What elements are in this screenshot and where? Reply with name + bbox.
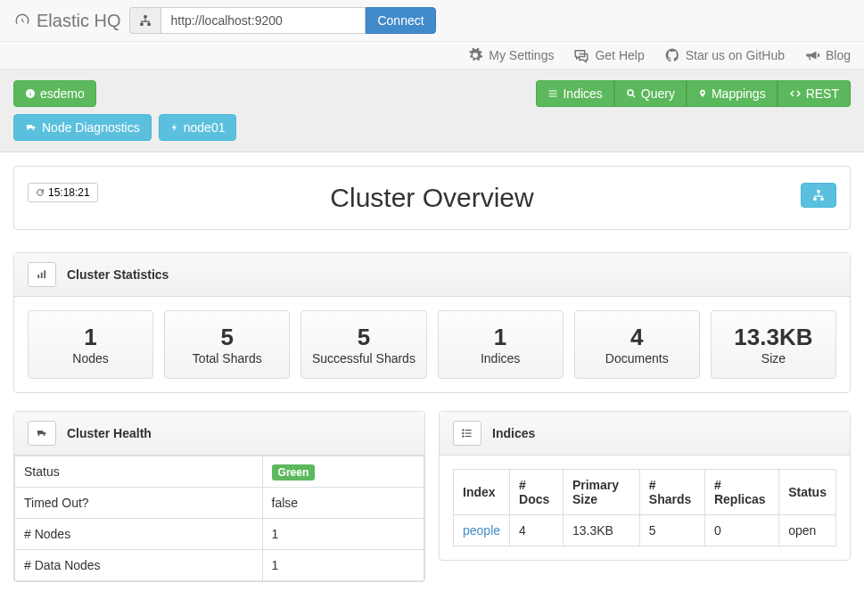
content: 15:18:21 Cluster Overview Cluster Statis… (0, 152, 864, 613)
health-label: # Data Nodes (15, 550, 263, 581)
search-icon (626, 88, 637, 99)
list-icon (453, 421, 481, 446)
column-header: # Replicas (704, 470, 778, 515)
stat-box: 1Nodes (28, 310, 153, 379)
connect-button[interactable]: Connect (366, 7, 435, 34)
svg-rect-0 (144, 15, 148, 18)
github-icon (664, 47, 680, 63)
svg-rect-5 (30, 91, 31, 92)
health-value: false (262, 488, 424, 519)
svg-point-20 (462, 435, 464, 437)
health-table: StatusGreenTimed Out?false# Nodes1# Data… (14, 456, 424, 581)
brand: Elastic HQ (13, 11, 120, 31)
rest-button[interactable]: REST (778, 80, 851, 107)
chat-icon (573, 47, 589, 63)
svg-rect-2 (148, 23, 152, 26)
health-panel-title: Cluster Health (67, 426, 152, 440)
diagnostics-button[interactable]: Node Diagnostics (13, 114, 152, 141)
nav-github[interactable]: Star us on GitHub (664, 47, 785, 63)
table-row: Timed Out?false (15, 488, 424, 519)
table-row: StatusGreen (15, 456, 424, 488)
cluster-url-input[interactable] (160, 7, 366, 34)
column-header: # Docs (510, 470, 564, 515)
stat-value: 13.3KB (717, 324, 830, 351)
gear-icon (467, 47, 483, 63)
health-value: 1 (262, 550, 424, 581)
nav-settings-label: My Settings (489, 48, 554, 62)
nav-help-label: Get Help (595, 48, 644, 62)
cell: 5 (639, 515, 704, 546)
svg-rect-19 (465, 432, 472, 433)
stat-label: Successful Shards (307, 351, 420, 365)
bolt-icon (170, 121, 179, 134)
stat-box: 5Total Shards (164, 310, 290, 379)
table-row: # Data Nodes1 (15, 550, 424, 581)
nav-blog-label: Blog (826, 48, 851, 62)
list-icon (547, 88, 558, 99)
table-row: # Nodes1 (15, 519, 424, 550)
nav-github-label: Star us on GitHub (686, 48, 785, 62)
svg-rect-11 (813, 198, 817, 201)
stat-box: 5Successful Shards (300, 310, 426, 379)
query-button[interactable]: Query (614, 80, 687, 107)
svg-point-18 (462, 432, 464, 434)
stat-value: 4 (580, 324, 694, 351)
cell: people (454, 515, 510, 546)
health-value: Green (262, 456, 424, 488)
stat-label: Size (717, 351, 830, 365)
column-header: Index (454, 470, 510, 515)
code-icon (789, 88, 802, 99)
mappings-button[interactable]: Mappings (687, 80, 778, 107)
mappings-button-label: Mappings (712, 86, 766, 101)
nav-blog[interactable]: Blog (804, 47, 851, 63)
overview-panel: 15:18:21 Cluster Overview (13, 166, 851, 230)
svg-rect-4 (30, 93, 31, 96)
action-button-group: Indices Query Mappings REST (536, 80, 851, 107)
sitemap-button[interactable] (801, 183, 836, 208)
svg-point-16 (462, 429, 464, 431)
svg-rect-13 (37, 275, 39, 278)
nav-help[interactable]: Get Help (573, 47, 644, 63)
svg-rect-12 (820, 198, 824, 201)
svg-rect-7 (549, 94, 557, 94)
megaphone-icon (804, 47, 820, 63)
info-icon (25, 88, 36, 99)
svg-rect-15 (44, 270, 45, 278)
svg-rect-17 (465, 430, 472, 431)
secondary-nav: My Settings Get Help Star us on GitHub B… (0, 42, 864, 70)
cluster-button[interactable]: esdemo (13, 80, 96, 107)
stat-label: Indices (444, 351, 557, 365)
indices-panel: Indices Index# DocsPrimary Size# Shards#… (439, 411, 851, 561)
refresh-time-button[interactable]: 15:18:21 (28, 183, 98, 202)
svg-rect-21 (465, 436, 472, 437)
chart-icon (28, 262, 56, 287)
stat-value: 1 (34, 324, 147, 351)
diagnostics-button-label: Node Diagnostics (42, 120, 140, 135)
svg-rect-10 (817, 190, 820, 193)
refresh-icon (36, 188, 45, 197)
column-header: Status (779, 470, 836, 515)
stat-box: 13.3KBSize (711, 310, 836, 379)
node-button[interactable]: node01 (159, 114, 237, 141)
dashboard-icon (13, 12, 31, 29)
indices-panel-heading: Indices (440, 412, 850, 456)
nav-settings[interactable]: My Settings (467, 47, 554, 63)
health-label: Status (15, 456, 263, 488)
health-panel-heading: Cluster Health (14, 412, 424, 456)
column-header: Primary Size (563, 470, 639, 515)
stats-panel-heading: Cluster Statistics (14, 253, 850, 297)
stat-value: 5 (170, 324, 284, 351)
svg-rect-8 (549, 96, 557, 97)
index-link[interactable]: people (463, 523, 500, 538)
stats-panel: Cluster Statistics 1Nodes5Total Shards5S… (13, 252, 851, 393)
indices-button-label: Indices (563, 86, 602, 101)
stats-panel-title: Cluster Statistics (67, 267, 169, 282)
health-value: 1 (262, 519, 424, 550)
marker-icon (698, 87, 707, 100)
rest-button-label: REST (806, 86, 839, 101)
health-label: Timed Out? (15, 488, 263, 519)
indices-button[interactable]: Indices (536, 80, 613, 107)
truck-icon (25, 122, 37, 133)
indices-table: Index# DocsPrimary Size# Shards# Replica… (453, 469, 836, 546)
navbar: Elastic HQ Connect (0, 0, 864, 42)
